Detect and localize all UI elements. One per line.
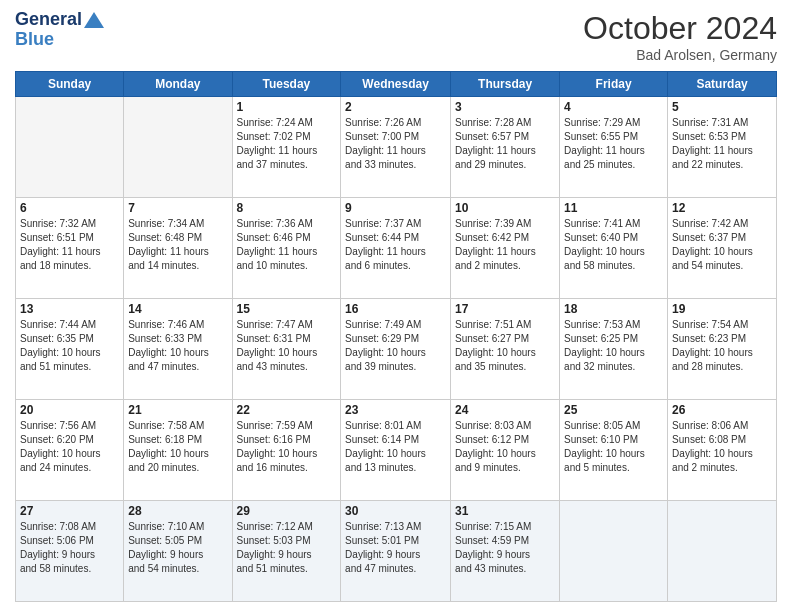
calendar-cell: 30Sunrise: 7:13 AM Sunset: 5:01 PM Dayli…	[341, 501, 451, 602]
location: Bad Arolsen, Germany	[583, 47, 777, 63]
calendar-cell: 13Sunrise: 7:44 AM Sunset: 6:35 PM Dayli…	[16, 299, 124, 400]
day-info: Sunrise: 7:34 AM Sunset: 6:48 PM Dayligh…	[128, 217, 227, 273]
calendar-cell: 22Sunrise: 7:59 AM Sunset: 6:16 PM Dayli…	[232, 400, 341, 501]
day-number: 29	[237, 504, 337, 518]
day-info: Sunrise: 7:29 AM Sunset: 6:55 PM Dayligh…	[564, 116, 663, 172]
day-number: 15	[237, 302, 337, 316]
day-info: Sunrise: 7:32 AM Sunset: 6:51 PM Dayligh…	[20, 217, 119, 273]
day-header-thursday: Thursday	[451, 72, 560, 97]
calendar-cell: 1Sunrise: 7:24 AM Sunset: 7:02 PM Daylig…	[232, 97, 341, 198]
day-info: Sunrise: 7:58 AM Sunset: 6:18 PM Dayligh…	[128, 419, 227, 475]
calendar-cell: 12Sunrise: 7:42 AM Sunset: 6:37 PM Dayli…	[668, 198, 777, 299]
day-info: Sunrise: 8:05 AM Sunset: 6:10 PM Dayligh…	[564, 419, 663, 475]
day-info: Sunrise: 7:47 AM Sunset: 6:31 PM Dayligh…	[237, 318, 337, 374]
day-info: Sunrise: 7:42 AM Sunset: 6:37 PM Dayligh…	[672, 217, 772, 273]
calendar-cell: 7Sunrise: 7:34 AM Sunset: 6:48 PM Daylig…	[124, 198, 232, 299]
day-number: 3	[455, 100, 555, 114]
calendar-cell: 3Sunrise: 7:28 AM Sunset: 6:57 PM Daylig…	[451, 97, 560, 198]
day-number: 18	[564, 302, 663, 316]
day-number: 11	[564, 201, 663, 215]
day-number: 20	[20, 403, 119, 417]
calendar-cell: 18Sunrise: 7:53 AM Sunset: 6:25 PM Dayli…	[560, 299, 668, 400]
calendar-cell: 20Sunrise: 7:56 AM Sunset: 6:20 PM Dayli…	[16, 400, 124, 501]
calendar-cell: 10Sunrise: 7:39 AM Sunset: 6:42 PM Dayli…	[451, 198, 560, 299]
day-info: Sunrise: 7:44 AM Sunset: 6:35 PM Dayligh…	[20, 318, 119, 374]
day-info: Sunrise: 7:41 AM Sunset: 6:40 PM Dayligh…	[564, 217, 663, 273]
day-number: 31	[455, 504, 555, 518]
day-number: 21	[128, 403, 227, 417]
day-info: Sunrise: 7:36 AM Sunset: 6:46 PM Dayligh…	[237, 217, 337, 273]
logo-icon-shape	[84, 12, 104, 28]
calendar-cell: 14Sunrise: 7:46 AM Sunset: 6:33 PM Dayli…	[124, 299, 232, 400]
day-number: 23	[345, 403, 446, 417]
day-info: Sunrise: 8:03 AM Sunset: 6:12 PM Dayligh…	[455, 419, 555, 475]
day-number: 24	[455, 403, 555, 417]
day-info: Sunrise: 7:12 AM Sunset: 5:03 PM Dayligh…	[237, 520, 337, 576]
header: General Blue October 2024 Bad Arolsen, G…	[15, 10, 777, 63]
calendar-table: SundayMondayTuesdayWednesdayThursdayFrid…	[15, 71, 777, 602]
calendar-cell: 25Sunrise: 8:05 AM Sunset: 6:10 PM Dayli…	[560, 400, 668, 501]
calendar-cell: 31Sunrise: 7:15 AM Sunset: 4:59 PM Dayli…	[451, 501, 560, 602]
calendar-cell: 28Sunrise: 7:10 AM Sunset: 5:05 PM Dayli…	[124, 501, 232, 602]
day-number: 1	[237, 100, 337, 114]
logo: General Blue	[15, 10, 104, 50]
day-info: Sunrise: 7:53 AM Sunset: 6:25 PM Dayligh…	[564, 318, 663, 374]
calendar-cell: 16Sunrise: 7:49 AM Sunset: 6:29 PM Dayli…	[341, 299, 451, 400]
day-info: Sunrise: 7:54 AM Sunset: 6:23 PM Dayligh…	[672, 318, 772, 374]
day-info: Sunrise: 7:56 AM Sunset: 6:20 PM Dayligh…	[20, 419, 119, 475]
day-number: 22	[237, 403, 337, 417]
day-number: 5	[672, 100, 772, 114]
calendar-cell: 29Sunrise: 7:12 AM Sunset: 5:03 PM Dayli…	[232, 501, 341, 602]
day-info: Sunrise: 7:24 AM Sunset: 7:02 PM Dayligh…	[237, 116, 337, 172]
day-number: 10	[455, 201, 555, 215]
day-number: 16	[345, 302, 446, 316]
day-number: 4	[564, 100, 663, 114]
calendar-cell: 9Sunrise: 7:37 AM Sunset: 6:44 PM Daylig…	[341, 198, 451, 299]
day-number: 9	[345, 201, 446, 215]
calendar-cell: 15Sunrise: 7:47 AM Sunset: 6:31 PM Dayli…	[232, 299, 341, 400]
day-info: Sunrise: 8:06 AM Sunset: 6:08 PM Dayligh…	[672, 419, 772, 475]
day-number: 19	[672, 302, 772, 316]
day-number: 28	[128, 504, 227, 518]
day-info: Sunrise: 7:49 AM Sunset: 6:29 PM Dayligh…	[345, 318, 446, 374]
day-info: Sunrise: 7:10 AM Sunset: 5:05 PM Dayligh…	[128, 520, 227, 576]
day-header-monday: Monday	[124, 72, 232, 97]
month-title: October 2024	[583, 10, 777, 47]
calendar-page: General Blue October 2024 Bad Arolsen, G…	[0, 0, 792, 612]
calendar-cell	[668, 501, 777, 602]
day-number: 25	[564, 403, 663, 417]
logo-general: General	[15, 9, 82, 29]
day-info: Sunrise: 7:59 AM Sunset: 6:16 PM Dayligh…	[237, 419, 337, 475]
calendar-cell: 2Sunrise: 7:26 AM Sunset: 7:00 PM Daylig…	[341, 97, 451, 198]
day-info: Sunrise: 7:37 AM Sunset: 6:44 PM Dayligh…	[345, 217, 446, 273]
day-header-wednesday: Wednesday	[341, 72, 451, 97]
day-number: 7	[128, 201, 227, 215]
day-number: 14	[128, 302, 227, 316]
day-number: 6	[20, 201, 119, 215]
calendar-cell	[124, 97, 232, 198]
day-info: Sunrise: 7:31 AM Sunset: 6:53 PM Dayligh…	[672, 116, 772, 172]
calendar-cell: 5Sunrise: 7:31 AM Sunset: 6:53 PM Daylig…	[668, 97, 777, 198]
day-info: Sunrise: 8:01 AM Sunset: 6:14 PM Dayligh…	[345, 419, 446, 475]
calendar-cell: 4Sunrise: 7:29 AM Sunset: 6:55 PM Daylig…	[560, 97, 668, 198]
calendar-cell: 17Sunrise: 7:51 AM Sunset: 6:27 PM Dayli…	[451, 299, 560, 400]
day-number: 17	[455, 302, 555, 316]
day-number: 26	[672, 403, 772, 417]
calendar-cell: 21Sunrise: 7:58 AM Sunset: 6:18 PM Dayli…	[124, 400, 232, 501]
day-info: Sunrise: 7:08 AM Sunset: 5:06 PM Dayligh…	[20, 520, 119, 576]
calendar-cell: 24Sunrise: 8:03 AM Sunset: 6:12 PM Dayli…	[451, 400, 560, 501]
day-number: 30	[345, 504, 446, 518]
day-number: 13	[20, 302, 119, 316]
calendar-cell: 27Sunrise: 7:08 AM Sunset: 5:06 PM Dayli…	[16, 501, 124, 602]
day-header-saturday: Saturday	[668, 72, 777, 97]
calendar-cell: 11Sunrise: 7:41 AM Sunset: 6:40 PM Dayli…	[560, 198, 668, 299]
day-number: 12	[672, 201, 772, 215]
day-info: Sunrise: 7:15 AM Sunset: 4:59 PM Dayligh…	[455, 520, 555, 576]
calendar-cell: 6Sunrise: 7:32 AM Sunset: 6:51 PM Daylig…	[16, 198, 124, 299]
day-number: 27	[20, 504, 119, 518]
day-info: Sunrise: 7:39 AM Sunset: 6:42 PM Dayligh…	[455, 217, 555, 273]
logo-blue: Blue	[15, 30, 104, 50]
day-info: Sunrise: 7:26 AM Sunset: 7:00 PM Dayligh…	[345, 116, 446, 172]
day-info: Sunrise: 7:28 AM Sunset: 6:57 PM Dayligh…	[455, 116, 555, 172]
calendar-cell: 26Sunrise: 8:06 AM Sunset: 6:08 PM Dayli…	[668, 400, 777, 501]
